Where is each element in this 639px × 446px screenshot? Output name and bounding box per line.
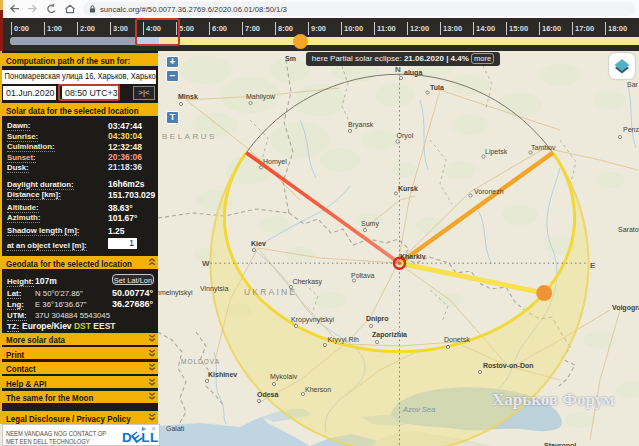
svg-text:Mykolaiv: Mykolaiv (270, 373, 298, 381)
svg-text:Voronezh: Voronezh (474, 188, 504, 195)
svg-text:Cherkasy: Cherkasy (293, 278, 323, 286)
svg-text:aluga: aluga (404, 69, 422, 77)
svg-text:W: W (202, 259, 210, 268)
svg-text:Galati: Galati (166, 425, 185, 432)
svg-text:Kropyvnytskyi: Kropyvnytskyi (291, 316, 335, 324)
svg-text:Lipetsk: Lipetsk (485, 148, 508, 156)
svg-text:E: E (590, 261, 596, 270)
svg-text:Donetsk: Donetsk (444, 336, 470, 343)
svg-text:Dnipro: Dnipro (366, 315, 389, 323)
svg-text:Sumy: Sumy (361, 220, 379, 228)
svg-text:Kiev: Kiev (251, 240, 266, 247)
svg-text:Penza: Penza (623, 126, 639, 133)
svg-text:Kryvyi Rih: Kryvyi Rih (328, 336, 360, 344)
svg-text:Zaporizhia: Zaporizhia (372, 331, 407, 339)
svg-text:Rostov-on-Don: Rostov-on-Don (483, 362, 534, 369)
svg-text:Oryol: Oryol (397, 132, 414, 140)
svg-text:Tambov: Tambov (531, 144, 556, 151)
svg-text:Stavropol: Stavropol (544, 442, 576, 446)
svg-text:Sm: Sm (285, 55, 296, 62)
svg-text:Volgograd: Volgograd (612, 304, 639, 312)
svg-text:Bryansk: Bryansk (348, 121, 374, 129)
svg-text:MOLDOVA: MOLDOVA (181, 358, 220, 365)
svg-text:Kursk: Kursk (398, 185, 418, 192)
svg-text:Saratov: Saratov (618, 226, 639, 233)
svg-text:BELARUS: BELARUS (162, 132, 217, 141)
svg-text:Minsk: Minsk (178, 93, 198, 100)
svg-text:Kharkiv: Kharkiv (400, 253, 426, 260)
svg-text:Kherson: Kherson (305, 386, 331, 393)
svg-text:Sar: Sar (627, 81, 639, 88)
svg-text:Azov Sea: Azov Sea (402, 405, 435, 414)
svg-text:Homyel: Homyel (263, 158, 287, 166)
svg-text:Kishinev: Kishinev (208, 371, 237, 378)
svg-text:N: N (395, 65, 401, 74)
svg-text:Poltava: Poltava (351, 272, 374, 279)
svg-text:hmelnytskyi: hmelnytskyi (158, 289, 193, 297)
svg-text:Tula: Tula (430, 84, 444, 91)
svg-text:Mahilyow: Mahilyow (246, 93, 276, 101)
svg-text:UKRAINE: UKRAINE (244, 287, 297, 297)
svg-text:Vinnytsia: Vinnytsia (200, 285, 228, 293)
svg-text:Odesa: Odesa (257, 391, 279, 398)
